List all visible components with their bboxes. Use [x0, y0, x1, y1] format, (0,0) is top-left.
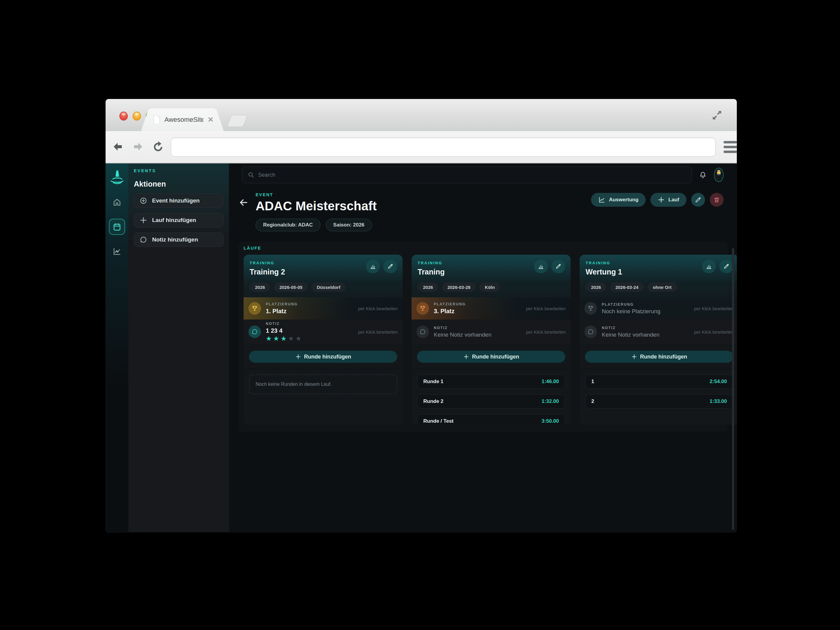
close-window-button[interactable]: [119, 112, 128, 121]
app-logo-lighthouse-icon: [109, 169, 125, 186]
edit-hint: per Klick bearbeiten: [358, 329, 398, 335]
round-name: Runde 2: [423, 398, 444, 404]
page-title: ADAC Meisterschaft: [256, 199, 377, 213]
search-icon: [248, 171, 254, 178]
lauf-card-wertung-1: TRAINING Wertung 1 2026 2026-03-24: [579, 255, 737, 425]
circle-plus-icon: [139, 197, 147, 205]
menu-icon[interactable]: [723, 141, 737, 153]
app-topbar: [242, 166, 728, 183]
chat-bubble-icon: [251, 328, 258, 335]
add-round-button[interactable]: Runde hinzufügen: [417, 351, 565, 363]
plus-icon: [295, 354, 301, 360]
lauf-card-traning: TRAINING Traning 2026 2026-03-28 K: [412, 255, 571, 425]
laeufe-label: LÄUFE: [243, 246, 728, 251]
round-name: 1: [591, 379, 594, 385]
star-rating[interactable]: ★★★★★: [266, 335, 303, 342]
add-notiz-button[interactable]: Notiz hinzufügen: [134, 232, 224, 247]
tab-close-icon[interactable]: ✕: [208, 115, 213, 124]
notiz-row[interactable]: NOTIZ 1 23 4 ★★★★★ per Klick bearbeiten: [243, 319, 403, 344]
edit-event-button[interactable]: [691, 193, 705, 207]
sidebar-section-label: EVENTS: [134, 168, 224, 173]
pencil-icon: [695, 196, 701, 203]
saison-badge: Saison: 2026: [326, 219, 372, 231]
card-edit-button[interactable]: [384, 259, 397, 273]
delete-event-button[interactable]: [710, 193, 723, 207]
notiz-value: Keine Notiz vorhanden: [434, 332, 491, 338]
round-name: Runde 1: [423, 379, 444, 385]
add-event-button[interactable]: Event hinzufügen: [134, 194, 224, 208]
bar-chart-icon: [706, 263, 712, 270]
date-badge: 2026-05-05: [274, 282, 308, 292]
round-row[interactable]: 2 1:33.00: [585, 394, 733, 409]
fullscreen-expand-icon[interactable]: [711, 109, 723, 122]
round-time: 2:54.00: [709, 379, 727, 385]
card-edit-button[interactable]: [719, 259, 733, 273]
user-avatar[interactable]: [714, 168, 723, 182]
sidebar-item-events[interactable]: [109, 219, 125, 235]
add-notiz-label: Notiz hinzufügen: [152, 237, 198, 243]
location-badge: ohne Ort: [647, 282, 677, 292]
new-tab-button[interactable]: [227, 115, 248, 127]
date-badge: 2026-03-24: [610, 282, 644, 292]
search-bar[interactable]: [242, 166, 692, 183]
plus-icon: [463, 354, 469, 360]
back-arrow-icon[interactable]: [238, 197, 249, 208]
add-lauf-header-button[interactable]: Lauf: [651, 193, 687, 207]
add-round-label: Runde hinzufügen: [640, 354, 687, 360]
platzierung-row[interactable]: PLATZIERUNG 1. Platz per Klick bearbeite…: [243, 297, 403, 319]
platzierung-value: 3. Platz: [434, 308, 466, 315]
add-lauf-label: Lauf hinzufügen: [152, 217, 196, 224]
round-time: 1:33.00: [709, 398, 727, 404]
search-input[interactable]: [258, 172, 686, 178]
round-time: 3:50.00: [542, 418, 559, 424]
plus-icon: [139, 216, 147, 224]
add-round-button[interactable]: Runde hinzufügen: [249, 351, 397, 363]
notiz-row[interactable]: NOTIZ Keine Notiz vorhanden per Klick be…: [579, 319, 737, 344]
sidebar-item-statistics[interactable]: [109, 243, 125, 259]
laeufe-section: LÄUFE TRAINING Training 2: [238, 242, 728, 432]
edit-hint: per Klick bearbeiten: [358, 306, 398, 311]
url-input[interactable]: [171, 137, 716, 156]
platzierung-row[interactable]: PLATZIERUNG Noch keine Platzierung per K…: [579, 297, 737, 319]
back-button[interactable]: [110, 139, 126, 155]
reload-button[interactable]: [150, 139, 166, 155]
browser-window: AwesomeSite ✕: [106, 99, 737, 532]
add-round-label: Runde hinzufügen: [472, 354, 519, 360]
event-header: EVENT ADAC Meisterschaft Regionalclub: A…: [238, 192, 728, 231]
platzierung-row[interactable]: PLATZIERUNG 3. Platz per Klick bearbeite…: [412, 297, 571, 319]
notifications-bell-icon[interactable]: [699, 169, 707, 181]
auswertung-button[interactable]: Auswertung: [591, 193, 646, 207]
bar-chart-icon: [369, 263, 376, 270]
browser-tab[interactable]: AwesomeSite ✕: [141, 108, 224, 131]
card-stats-button[interactable]: [366, 259, 380, 273]
card-stats-button[interactable]: [534, 259, 548, 273]
minimize-window-button[interactable]: [133, 112, 141, 121]
sidebar-item-home[interactable]: [109, 194, 125, 210]
forward-button[interactable]: [130, 139, 146, 155]
round-row[interactable]: Runde 1 1:46.00: [417, 374, 565, 389]
platzierung-label: PLATZIERUNG: [266, 302, 298, 306]
notiz-value: 1 23 4: [266, 327, 303, 334]
round-row[interactable]: 1 2:54.00: [585, 374, 733, 389]
round-row[interactable]: Runde / Test 3:50.00: [417, 414, 565, 425]
add-lauf-button[interactable]: Lauf hinzufügen: [134, 213, 224, 227]
event-kicker: EVENT: [256, 192, 377, 197]
page-favicon-icon: [153, 115, 160, 124]
chat-bubble-icon: [139, 236, 147, 243]
pencil-icon: [387, 263, 393, 270]
app-content: EVENTS Aktionen Event hinzufügen Lauf hi…: [106, 164, 737, 532]
notiz-row[interactable]: NOTIZ Keine Notiz vorhanden per Klick be…: [412, 319, 571, 344]
card-edit-button[interactable]: [551, 259, 565, 273]
home-icon: [112, 198, 122, 207]
auswertung-label: Auswertung: [609, 197, 638, 203]
card-stats-button[interactable]: [702, 259, 716, 273]
year-badge: 2026: [586, 282, 606, 292]
vertical-scrollbar[interactable]: [732, 248, 734, 530]
round-row[interactable]: Runde 2 1:32.00: [417, 394, 565, 409]
add-round-button[interactable]: Runde hinzufügen: [585, 351, 733, 363]
trophy-icon: [419, 305, 426, 312]
chart-line-icon: [112, 247, 122, 256]
trash-icon: [714, 196, 720, 203]
location-badge: Düsseldorf: [311, 282, 346, 292]
add-event-label: Event hinzufügen: [152, 197, 199, 204]
